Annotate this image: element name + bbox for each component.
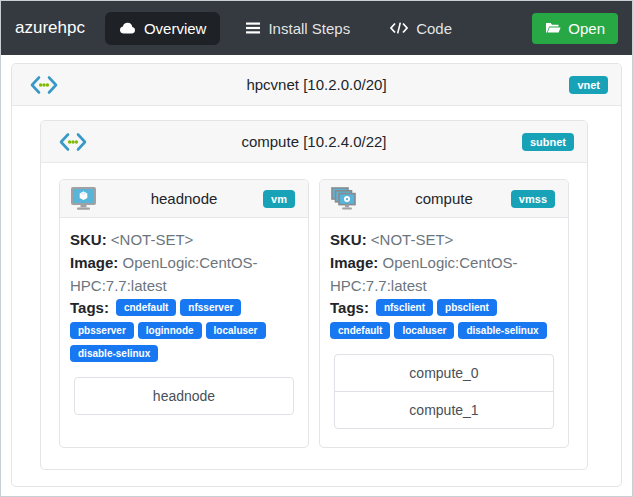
instance-list: headnode <box>74 377 294 415</box>
vm-card-title: headnode <box>151 190 218 207</box>
tag-badge: cndefault <box>116 299 176 316</box>
vm-card-body: SKU: <NOT-SET> Image: OpenLogic:CentOS-H… <box>320 218 568 447</box>
tag-badge: disable-selinux <box>458 322 546 339</box>
vnet-card-header: hpcvnet [10.2.0.0/20] vnet <box>12 64 621 106</box>
tag-badge: pbsclient <box>437 299 497 316</box>
image-label: Image: <box>70 254 118 271</box>
vmss-icon <box>330 187 357 211</box>
subnet-title: compute [10.2.4.0/22] <box>241 133 386 150</box>
tags-label: Tags: <box>330 299 369 316</box>
vnet-title: hpcvnet [10.2.0.0/20] <box>246 76 386 93</box>
resource-row: headnode vm SKU: <NOT-SET> Image: <box>59 179 569 448</box>
instance-item[interactable]: headnode <box>75 378 293 414</box>
vm-card-header: compute vmss <box>320 180 568 218</box>
vm-icon <box>70 187 97 211</box>
instance-list: compute_0compute_1 <box>334 354 554 429</box>
tag-badge: cndefault <box>330 322 390 339</box>
tag-badge: disable-selinux <box>70 345 158 362</box>
sku-value: <NOT-SET> <box>371 231 454 248</box>
subnet-card: compute [10.2.4.0/22] subnet <box>40 120 588 470</box>
vm-card-headnode: headnode vm SKU: <NOT-SET> Image: <box>59 179 309 448</box>
instance-item[interactable]: compute_1 <box>335 391 553 428</box>
sku-value: <NOT-SET> <box>111 231 194 248</box>
vm-card-title: compute <box>415 190 473 207</box>
open-button[interactable]: Open <box>532 13 618 44</box>
subnet-badge: subnet <box>522 133 574 151</box>
vnet-icon <box>30 75 58 94</box>
instance-item[interactable]: compute_0 <box>335 355 553 391</box>
tag-badge: nfsserver <box>180 299 241 316</box>
main-content: hpcvnet [10.2.0.0/20] vnet compute <box>1 55 632 495</box>
image-row: Image: OpenLogic:CentOS-HPC:7.7:latest <box>70 251 298 297</box>
folder-open-icon <box>545 22 561 34</box>
image-label: Image: <box>330 254 378 271</box>
tags-row: Tags: cndefaultnfsserverpbsserverloginno… <box>70 299 298 362</box>
vnet-card: hpcvnet [10.2.0.0/20] vnet compute <box>11 63 622 487</box>
subnet-icon <box>59 132 87 151</box>
code-icon <box>390 22 408 34</box>
vm-card-compute: compute vmss SKU: <NOT-SET> Image: <box>319 179 569 448</box>
vm-card-header: headnode vm <box>60 180 308 218</box>
vmss-badge: vmss <box>511 190 555 208</box>
subnet-body: headnode vm SKU: <NOT-SET> Image: <box>41 163 587 469</box>
tags-label: Tags: <box>70 299 109 316</box>
sku-row: SKU: <NOT-SET> <box>70 228 298 251</box>
vm-badge: vm <box>263 190 295 208</box>
tag-badge: nfsclient <box>376 299 433 316</box>
cloud-icon <box>119 22 136 34</box>
list-icon <box>246 22 260 34</box>
sku-row: SKU: <NOT-SET> <box>330 228 558 251</box>
tab-label: Code <box>416 20 452 37</box>
tag-badge: localuser <box>394 322 454 339</box>
vm-card-body: SKU: <NOT-SET> Image: OpenLogic:CentOS-H… <box>60 218 308 447</box>
tag-badge: localuser <box>206 322 266 339</box>
tab-overview[interactable]: Overview <box>105 12 221 45</box>
subnet-card-header: compute [10.2.4.0/22] subnet <box>41 121 587 163</box>
tag-badge: pbsserver <box>70 322 134 339</box>
sku-label: SKU: <box>330 231 367 248</box>
sku-label: SKU: <box>70 231 107 248</box>
open-button-label: Open <box>568 20 605 37</box>
navbar: azurehpc Overview Install Steps <box>1 1 632 55</box>
tab-label: Install Steps <box>268 20 350 37</box>
vnet-body: compute [10.2.4.0/22] subnet <box>12 106 621 486</box>
brand[interactable]: azurehpc <box>15 18 85 38</box>
image-row: Image: OpenLogic:CentOS-HPC:7.7:latest <box>330 251 558 297</box>
vnet-badge: vnet <box>569 76 608 94</box>
nav-tabs: Overview Install Steps Code <box>105 12 466 45</box>
tab-code[interactable]: Code <box>376 12 466 45</box>
tags-row: Tags: nfsclientpbsclientcndefaultlocalus… <box>330 299 558 339</box>
tab-label: Overview <box>144 20 207 37</box>
tag-badge: loginnode <box>138 322 202 339</box>
tab-install-steps[interactable]: Install Steps <box>232 12 364 45</box>
